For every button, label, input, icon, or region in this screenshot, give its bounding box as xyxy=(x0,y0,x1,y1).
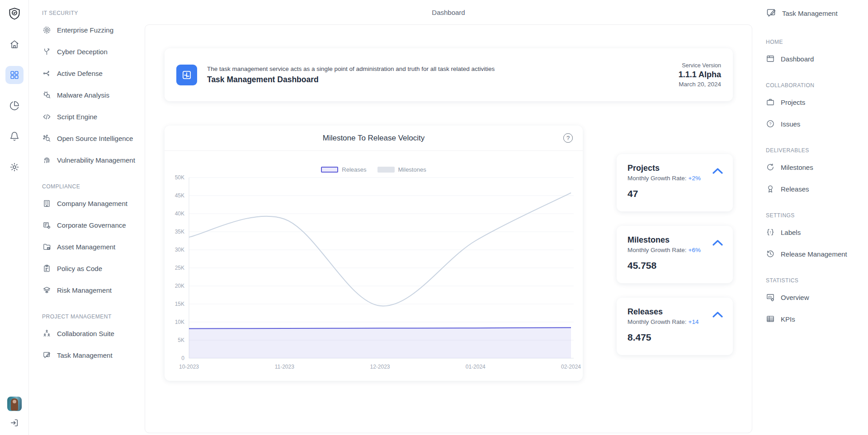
chevron-up-icon[interactable] xyxy=(712,311,723,319)
sidebar-item-risk-management[interactable]: Risk Management xyxy=(42,279,141,301)
gear-icon[interactable] xyxy=(5,158,24,176)
sidebar-item-open-source-intelligence[interactable]: Open Source Intelligence xyxy=(42,127,141,149)
svg-text:45K: 45K xyxy=(175,192,184,199)
stat-title: Releases xyxy=(627,307,722,317)
sidebar-item-collaboration-suite[interactable]: Collaboration Suite xyxy=(42,323,141,344)
award-icon xyxy=(766,184,775,193)
help-icon[interactable]: ? xyxy=(563,133,573,143)
avatar[interactable] xyxy=(7,397,22,411)
sidebar-item-dashboard[interactable]: Dashboard xyxy=(766,48,864,70)
rail-bottom xyxy=(7,397,22,428)
sidebar-item-label: Script Engine xyxy=(57,113,97,121)
svg-text:12-2023: 12-2023 xyxy=(370,364,390,370)
sidebar-item-company-management[interactable]: Company Management xyxy=(42,192,141,214)
section-deliverables: DELIVERABLES Milestones Releases xyxy=(766,145,864,200)
stat-card-releases: Releases Monthly Growth Rate:+14 8.475 xyxy=(617,298,733,355)
svg-text:50K: 50K xyxy=(175,174,184,181)
content-row: Milestone To Release Velocity ? Releases… xyxy=(165,126,733,381)
stat-value: 47 xyxy=(627,188,722,199)
sidebar-item-label: Company Management xyxy=(57,200,127,207)
sidebar-item-releases[interactable]: Releases xyxy=(766,178,864,200)
sidebar-item-labels[interactable]: Labels xyxy=(766,221,864,243)
sidebar-item-label: Risk Management xyxy=(57,286,112,294)
svg-text:01-2024: 01-2024 xyxy=(466,364,486,370)
sidebar-item-label: Dashboard xyxy=(781,55,814,63)
chevron-up-icon[interactable] xyxy=(712,168,723,176)
bell-icon[interactable] xyxy=(5,127,24,145)
milestones-swatch xyxy=(377,167,395,173)
growth-label: Monthly Growth Rate: xyxy=(627,318,687,325)
stat-card-milestones: Milestones Monthly Growth Rate:+6% 45.75… xyxy=(617,226,733,283)
sidebar-item-asset-management[interactable]: Asset Management xyxy=(42,236,141,257)
svg-text:0: 0 xyxy=(181,355,184,361)
svg-text:11-2023: 11-2023 xyxy=(275,364,294,370)
stat-title: Milestones xyxy=(627,235,722,245)
apps-grid-icon[interactable] xyxy=(5,66,24,84)
sidebar-item-label: Release Management xyxy=(781,250,847,258)
section-label: HOME xyxy=(766,36,864,48)
sidebar-item-label: Labels xyxy=(781,229,801,236)
sidebar-item-script-engine[interactable]: Script Engine xyxy=(42,106,141,127)
sidebar-item-label: Task Management xyxy=(57,351,113,359)
growth-value: +2% xyxy=(689,175,701,182)
section-label: STATISTICS xyxy=(766,275,864,286)
chevron-up-icon[interactable] xyxy=(712,239,723,248)
sidebar-item-label: Cyber Deception xyxy=(57,48,108,56)
logout-icon[interactable] xyxy=(9,418,19,428)
section-label: IT SECURITY xyxy=(42,7,141,19)
message-edit-icon xyxy=(42,351,51,360)
sidebar-item-active-defense[interactable]: Active Defense xyxy=(42,62,141,84)
sidebar-item-task-management[interactable]: Task Management xyxy=(42,344,141,366)
service-description: The task management service acts as a si… xyxy=(207,65,495,72)
sidebar-item-vulnerability-management[interactable]: Vulnerability Management xyxy=(42,149,141,171)
section-label: COLLABORATION xyxy=(766,80,864,91)
growth-label: Monthly Growth Rate: xyxy=(627,247,687,253)
sidebar-item-label: Collaboration Suite xyxy=(57,330,114,337)
sidebar-item-release-management[interactable]: Release Management xyxy=(766,243,864,265)
legend-item-milestones[interactable]: Milestones xyxy=(377,166,426,173)
sidebar-item-corporate-governance[interactable]: Corporate Governance xyxy=(42,214,141,236)
section-label: PROJECT MANAGEMENT xyxy=(42,311,141,323)
service-version-block: Service Version 1.1.1 Alpha March 20, 20… xyxy=(679,62,721,88)
sidebar-item-milestones[interactable]: Milestones xyxy=(766,156,864,178)
right-sidebar: Task Management HOME Dashboard COLLABORA… xyxy=(752,0,868,435)
sidebar-item-cyber-deception[interactable]: Cyber Deception xyxy=(42,41,141,62)
svg-text:?: ? xyxy=(769,122,772,126)
pie-chart-icon[interactable] xyxy=(5,97,24,115)
growth-label: Monthly Growth Rate: xyxy=(627,175,687,182)
releases-swatch xyxy=(321,167,338,173)
legend-item-releases[interactable]: Releases xyxy=(321,166,366,173)
code-icon xyxy=(42,112,51,121)
section-project-management: PROJECT MANAGEMENT Collaboration Suite T… xyxy=(42,311,141,366)
list-gear-icon xyxy=(42,220,51,229)
briefcase-icon xyxy=(766,98,775,107)
sidebar-item-enterprise-fuzzing[interactable]: Enterprise Fuzzing xyxy=(42,19,141,41)
app-header[interactable]: Task Management xyxy=(766,0,864,26)
home-icon[interactable] xyxy=(5,35,24,53)
target-icon xyxy=(42,25,51,34)
section-label: DELIVERABLES xyxy=(766,145,864,156)
dashboard-layout-icon xyxy=(176,65,197,85)
sidebar-item-label: Corporate Governance xyxy=(57,221,126,229)
chart-title: Milestone To Release Velocity xyxy=(323,134,425,143)
velocity-chart-card: Milestone To Release Velocity ? Releases… xyxy=(165,126,583,381)
page-title: Dashboard xyxy=(432,9,465,16)
app-title: Task Management xyxy=(782,9,838,17)
sidebar-item-malware-analysis[interactable]: Malware Analysis xyxy=(42,84,141,106)
svg-text:40K: 40K xyxy=(175,210,184,217)
icon-rail xyxy=(0,0,29,435)
sidebar-item-label: Vulnerability Management xyxy=(57,156,135,164)
sidebar-item-label: Projects xyxy=(781,98,805,106)
sidebar-item-issues[interactable]: ? Issues xyxy=(766,113,864,135)
stat-title: Projects xyxy=(627,164,722,173)
sidebar-item-projects[interactable]: Projects xyxy=(766,91,864,113)
sidebar-item-overview[interactable]: Overview xyxy=(766,286,864,308)
shield-logo-icon[interactable] xyxy=(6,5,23,22)
org-chart-icon xyxy=(42,329,51,338)
sidebar-item-policy-as-code[interactable]: Policy as Code xyxy=(42,257,141,279)
bug-search-icon xyxy=(42,90,51,99)
section-compliance: COMPLIANCE Company Management Corporate … xyxy=(42,181,141,301)
sidebar-item-kpis[interactable]: KPIs xyxy=(766,308,864,330)
stat-value: 8.475 xyxy=(627,332,722,343)
info-text-block: The task management service acts as a si… xyxy=(207,65,495,84)
